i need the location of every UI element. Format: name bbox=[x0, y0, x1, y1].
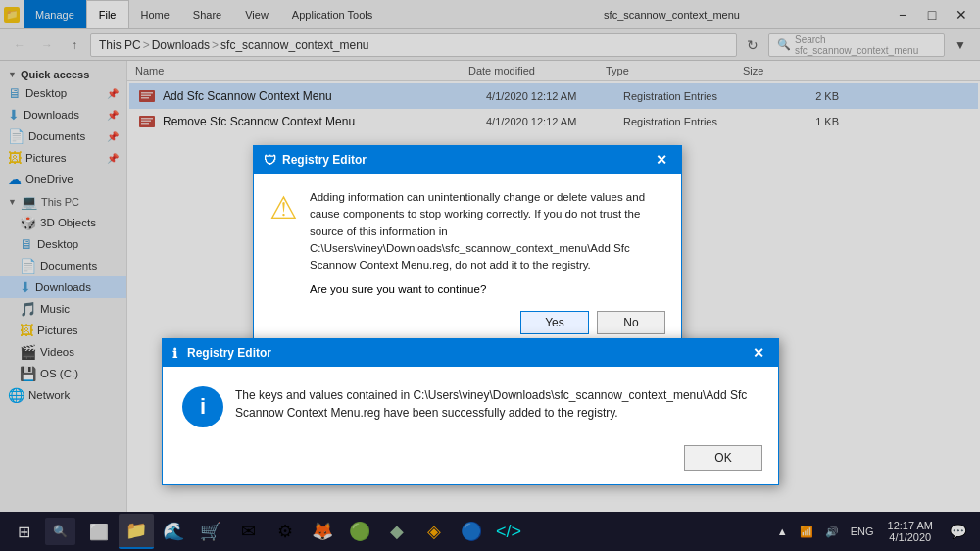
dialog1-title-bar: 🛡 Registry Editor ✕ bbox=[254, 146, 681, 174]
warning-icon: ⚠ bbox=[270, 189, 298, 295]
registry-warning-dialog: 🛡 Registry Editor ✕ ⚠ Adding information… bbox=[253, 145, 682, 347]
dialog2-title-bar: ℹ Registry Editor ✕ bbox=[163, 339, 778, 367]
dialog2-close-button[interactable]: ✕ bbox=[749, 343, 768, 363]
info-icon: i bbox=[182, 386, 223, 427]
dialog2-title-text: Registry Editor bbox=[187, 346, 271, 360]
dialog1-yes-button[interactable]: Yes bbox=[520, 311, 589, 334]
dialog1-question: Are you sure you want to continue? bbox=[310, 283, 665, 295]
dialog1-no-button[interactable]: No bbox=[597, 311, 665, 334]
dialog1-content: ⚠ Adding information can unintentionally… bbox=[254, 174, 681, 303]
dialog1-close-button[interactable]: ✕ bbox=[652, 150, 671, 170]
dialog1-title-text: Registry Editor bbox=[282, 153, 367, 167]
dialog1-warning-text: Adding information can unintentionally c… bbox=[310, 189, 665, 274]
dialog2-info-text: The keys and values contained in C:\User… bbox=[235, 386, 759, 427]
dialog2-content: i The keys and values contained in C:\Us… bbox=[163, 367, 778, 437]
dialog2-ok-button[interactable]: OK bbox=[684, 445, 762, 471]
dialog1-title-icon: 🛡 bbox=[264, 153, 276, 168]
dialog2-buttons: OK bbox=[163, 437, 778, 484]
dialog2-title-icon: ℹ bbox=[172, 346, 177, 361]
dialog1-text-area: Adding information can unintentionally c… bbox=[310, 189, 665, 295]
registry-info-dialog: ℹ Registry Editor ✕ i The keys and value… bbox=[162, 338, 779, 485]
